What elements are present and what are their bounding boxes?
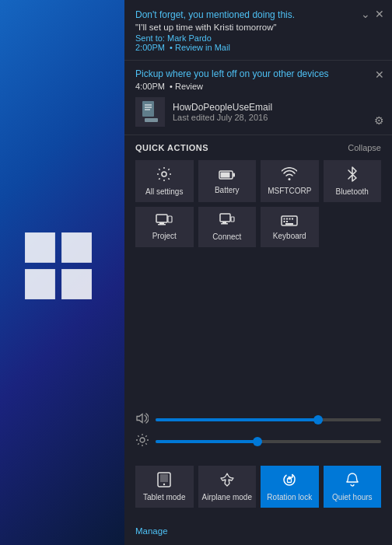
notification-1-title: Don't forget, you mentioned doing this. <box>135 9 381 20</box>
tile-airplane-mode[interactable]: Airplane mode <box>198 466 257 508</box>
quick-actions-title: QUICK ACTIONS <box>135 143 208 152</box>
sliders-section <box>124 405 392 463</box>
airplane-icon <box>219 472 235 490</box>
tile-project[interactable]: Project <box>135 207 194 247</box>
svg-rect-12 <box>220 172 229 177</box>
brightness-track[interactable] <box>156 440 381 443</box>
tile-rotation-lock[interactable]: Rotation lock <box>261 466 319 508</box>
svg-point-40 <box>163 484 165 485</box>
tile-keyboard[interactable]: Keyboard <box>261 207 319 247</box>
notification-2-edited: Last edited July 28, 2016 <box>173 113 272 122</box>
settings-icon <box>156 166 172 184</box>
svg-rect-19 <box>221 223 228 225</box>
bluetooth-icon <box>347 166 358 184</box>
brightness-thumb[interactable] <box>253 437 262 446</box>
connect-icon <box>219 213 235 229</box>
svg-rect-16 <box>168 216 172 222</box>
svg-point-9 <box>162 172 166 176</box>
notification-2-filename: HowDoPeopleUseEmail <box>173 102 272 113</box>
brightness-fill <box>156 440 257 443</box>
notification-2-action: Review <box>175 82 203 91</box>
notification-1-time: 2:00PM <box>135 43 165 52</box>
svg-rect-25 <box>289 218 291 219</box>
expand-icon[interactable]: ⌄ <box>361 8 370 20</box>
svg-rect-3 <box>61 269 92 299</box>
svg-point-30 <box>140 438 145 442</box>
tile-quiet-hours[interactable]: Quiet hours <box>324 466 382 508</box>
notification-1-action[interactable]: Review in Mail <box>175 43 230 52</box>
close-icon-2[interactable]: ✕ <box>375 68 384 81</box>
svg-rect-23 <box>284 218 285 219</box>
keyboard-icon <box>281 215 298 229</box>
quick-actions-section: QUICK ACTIONS Collapse All settings <box>124 135 392 405</box>
volume-thumb[interactable] <box>313 415 323 424</box>
notification-2-time-val: 4:00PM <box>135 82 165 91</box>
tile-project-label: Project <box>152 232 177 241</box>
tile-all-settings[interactable]: All settings <box>135 160 194 202</box>
tile-quiet-hours-label: Quiet hours <box>332 493 373 502</box>
bottom-tiles-row: Tablet mode Airplane mode <box>135 466 381 508</box>
bottom-tiles-section: Tablet mode Airplane mode <box>124 463 392 519</box>
tile-tablet-mode-label: Tablet mode <box>143 493 185 502</box>
volume-icon <box>135 413 149 426</box>
svg-rect-1 <box>61 232 92 263</box>
tiles-row-1: All settings Battery <box>135 160 381 202</box>
notification-1-sender: Sent to: Mark Pardo <box>135 33 212 43</box>
tile-rotation-lock-label: Rotation lock <box>267 493 312 502</box>
wifi-icon <box>282 167 297 183</box>
notification-1-sep: • <box>170 43 173 52</box>
tile-msftcorp[interactable]: MSFTCORP <box>261 160 319 202</box>
project-icon <box>156 214 173 229</box>
notification-2: Pickup where you left off on your other … <box>124 61 392 135</box>
manage-link[interactable]: Manage <box>135 526 168 536</box>
tile-airplane-mode-label: Airplane mode <box>202 493 252 502</box>
notification-1-body: "I'll set up time with Kristi tomorrow" <box>135 23 381 32</box>
notification-1-meta: Sent to: Mark Pardo 2:00PM • Review in M… <box>135 33 381 52</box>
tile-battery[interactable]: Battery <box>198 160 257 202</box>
svg-rect-5 <box>145 118 158 122</box>
svg-rect-27 <box>284 221 285 222</box>
tile-msftcorp-label: MSFTCORP <box>268 187 311 196</box>
svg-rect-0 <box>25 232 55 263</box>
svg-rect-24 <box>286 218 288 219</box>
tile-connect[interactable]: Connect <box>198 207 257 247</box>
gear-icon[interactable]: ⚙ <box>374 114 384 127</box>
tile-tablet-mode[interactable]: Tablet mode <box>135 466 194 508</box>
collapse-button[interactable]: Collapse <box>348 143 381 152</box>
svg-rect-20 <box>231 217 234 222</box>
tile-bluetooth[interactable]: Bluetooth <box>324 160 382 202</box>
tablet-mode-icon <box>157 472 171 490</box>
tile-keyboard-label: Keyboard <box>273 232 306 241</box>
svg-rect-14 <box>159 222 164 224</box>
manage-row: Manage <box>124 519 392 545</box>
brightness-slider-row <box>135 434 381 449</box>
notification-1: Don't forget, you mentioned doing this. … <box>124 0 392 61</box>
svg-rect-13 <box>156 215 167 222</box>
notification-2-time: 4:00PM • Review <box>135 82 381 91</box>
tile-all-settings-label: All settings <box>145 187 183 197</box>
notification-2-body: HowDoPeopleUseEmail Last edited July 28,… <box>135 97 381 127</box>
action-center-panel: Don't forget, you mentioned doing this. … <box>124 0 392 545</box>
svg-rect-11 <box>233 173 235 176</box>
svg-rect-17 <box>220 214 230 222</box>
tiles-row-2: Project Connect <box>135 207 381 247</box>
svg-rect-4 <box>142 101 154 117</box>
tile-empty <box>324 207 382 247</box>
close-icon-1[interactable]: ✕ <box>375 8 384 20</box>
svg-rect-18 <box>222 222 226 223</box>
svg-line-38 <box>138 443 138 444</box>
windows-logo <box>23 231 93 301</box>
svg-line-37 <box>145 435 146 436</box>
quick-actions-header: QUICK ACTIONS Collapse <box>135 143 381 152</box>
svg-rect-29 <box>285 223 293 225</box>
svg-line-35 <box>138 435 138 436</box>
volume-slider-row <box>135 413 381 426</box>
svg-rect-28 <box>286 221 288 222</box>
tile-bluetooth-label: Bluetooth <box>336 187 369 197</box>
notification-2-title: Pickup where you left off on your other … <box>135 68 381 79</box>
volume-track[interactable] <box>156 418 381 421</box>
svg-rect-43 <box>289 477 290 480</box>
document-icon <box>135 97 165 127</box>
tile-battery-label: Battery <box>215 186 240 195</box>
quiet-hours-icon <box>345 472 359 490</box>
